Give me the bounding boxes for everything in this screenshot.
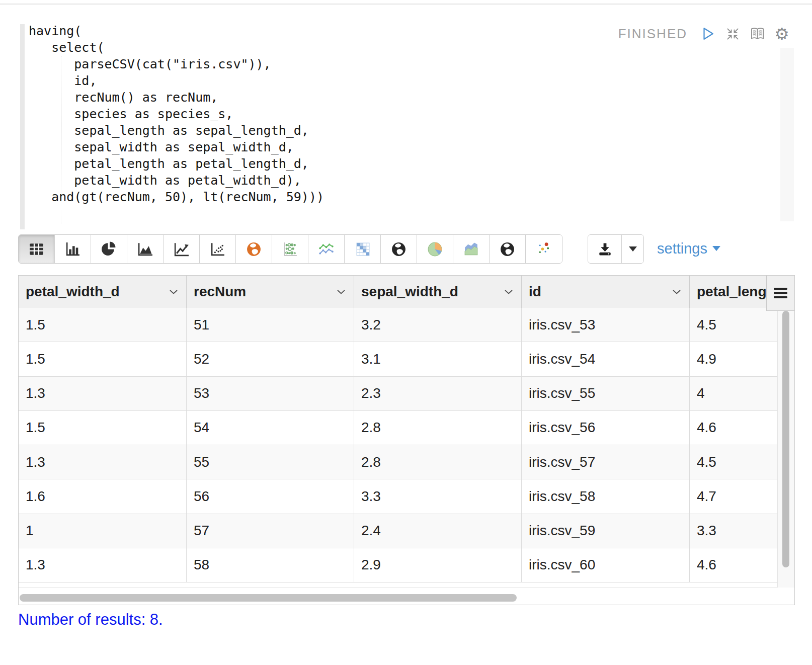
horizontal-scrollbar-track[interactable] (19, 588, 794, 604)
line-chart-icon (173, 241, 190, 258)
collapse-button[interactable] (724, 25, 741, 42)
table-cell: 2.3 (354, 377, 522, 410)
hamburger-icon (774, 287, 787, 299)
table-row: 1572.4iris.csv_593.3 (19, 514, 777, 548)
table-view-button[interactable] (19, 235, 55, 263)
table-cell: 1.3 (19, 377, 187, 410)
column-label: petal_width_d (26, 284, 120, 300)
table-row: 1.5523.1iris.csv_544.9 (19, 342, 777, 376)
table-cell: 4.6 (690, 548, 777, 582)
globe-orange-icon (246, 241, 262, 258)
column-header[interactable]: sepal_width_d (354, 276, 522, 308)
table-cell: iris.csv_58 (522, 479, 690, 513)
chevron-down-icon[interactable] (169, 289, 178, 294)
download-icon (597, 241, 613, 257)
table-cell: 4.7 (690, 479, 777, 513)
table-cell: 1.5 (19, 411, 187, 445)
heatmap-icon (354, 241, 371, 258)
table-cell: 2.8 (354, 445, 522, 479)
compress-icon (726, 27, 740, 41)
table-cell: iris.csv_59 (522, 514, 690, 548)
status-badge: FINISHED (618, 26, 687, 42)
vertical-scrollbar-track[interactable] (777, 308, 794, 588)
caret-down-icon (629, 246, 637, 252)
code-editor[interactable]: having( select( parseCSV(cat("iris.csv")… (29, 23, 324, 205)
table-cell: 55 (187, 445, 354, 479)
table-cell: iris.csv_57 (522, 445, 690, 479)
area-pastel-icon (463, 241, 479, 258)
globe-dark-icon (390, 241, 407, 258)
table-cell: 4.5 (690, 445, 777, 479)
table-cell: 2.9 (354, 548, 522, 582)
column-label: id (529, 284, 541, 300)
table-cell: 54 (187, 411, 354, 445)
table-cell: 1 (19, 514, 187, 548)
table-cell: 56 (187, 479, 354, 513)
paragraph-divider (0, 4, 812, 5)
play-icon (700, 26, 715, 41)
table-row: 1.3532.3iris.csv_554 (19, 377, 777, 411)
column-header[interactable]: id (522, 276, 690, 308)
table-cell: 4 (690, 377, 777, 410)
table-cell: 57 (187, 514, 354, 548)
show-editor-button[interactable] (749, 25, 765, 42)
download-split-button (588, 234, 644, 264)
visualization-toolbar: settings (0, 234, 812, 263)
table-cell: 4.6 (690, 411, 777, 445)
area-chart-button[interactable] (127, 235, 164, 263)
column-header[interactable]: petal_width_d (19, 276, 187, 308)
paragraph-settings-button[interactable]: ⚙ (774, 25, 790, 42)
table-cell: 52 (187, 342, 354, 376)
globe-orange-button[interactable] (236, 235, 272, 263)
table-cell: 4.9 (690, 342, 777, 376)
pie-pastel-button[interactable] (417, 235, 453, 263)
chevron-down-icon[interactable] (504, 289, 513, 294)
vertical-scrollbar-thumb[interactable] (782, 311, 789, 567)
bar-chart-icon (64, 241, 81, 258)
results-count: Number of results: 8. (18, 611, 163, 629)
table-cell: iris.csv_55 (522, 377, 690, 410)
globe-dark-button[interactable] (381, 235, 417, 263)
area-chart-icon (137, 241, 153, 258)
bubble-scatter-button[interactable] (526, 235, 562, 263)
chevron-down-icon[interactable] (672, 289, 681, 294)
column-header[interactable]: recNum (187, 276, 354, 308)
editor-gutter (20, 24, 25, 229)
bubble-grid-button[interactable] (272, 235, 308, 263)
pie-pastel-icon (427, 241, 443, 258)
settings-label: settings (657, 240, 707, 257)
scatter-plot-icon (209, 241, 226, 258)
table-row: 1.3552.8iris.csv_574.5 (19, 445, 777, 479)
table-cell: iris.csv_56 (522, 411, 690, 445)
settings-toggle[interactable]: settings (657, 234, 720, 263)
table-cell: 1.3 (19, 445, 187, 479)
column-label: petal_leng (697, 284, 766, 300)
table-row: 1.5542.8iris.csv_564.6 (19, 411, 777, 445)
heatmap-button[interactable] (345, 235, 381, 263)
horizontal-scrollbar-thumb[interactable] (20, 594, 517, 602)
table-cell: 3.1 (354, 342, 522, 376)
table-cell: 2.4 (354, 514, 522, 548)
run-button[interactable] (700, 25, 716, 42)
caret-down-icon (712, 246, 720, 251)
table-cell: 1.3 (19, 548, 187, 582)
download-button[interactable] (588, 235, 621, 263)
bar-chart-button[interactable] (55, 235, 91, 263)
pie-chart-button[interactable] (91, 235, 127, 263)
table-cell: 2.8 (354, 411, 522, 445)
scatter-plot-button[interactable] (200, 235, 236, 263)
table-cell: iris.csv_60 (522, 548, 690, 582)
chart-type-group (18, 234, 562, 264)
area-pastel-button[interactable] (453, 235, 490, 263)
table-cell: 53 (187, 377, 354, 410)
line-chart-button[interactable] (164, 235, 200, 263)
table-cell: 1.5 (19, 342, 187, 376)
globe-dark-2-button[interactable] (490, 235, 526, 263)
table-menu-button[interactable] (766, 276, 794, 311)
download-dropdown-button[interactable] (621, 235, 643, 263)
editor-scrollbar[interactable] (780, 48, 794, 221)
multi-line-chart-icon (318, 241, 335, 258)
chevron-down-icon[interactable] (337, 289, 346, 294)
table-row: 1.3582.9iris.csv_604.6 (19, 548, 777, 583)
multi-line-chart-button[interactable] (308, 235, 345, 263)
